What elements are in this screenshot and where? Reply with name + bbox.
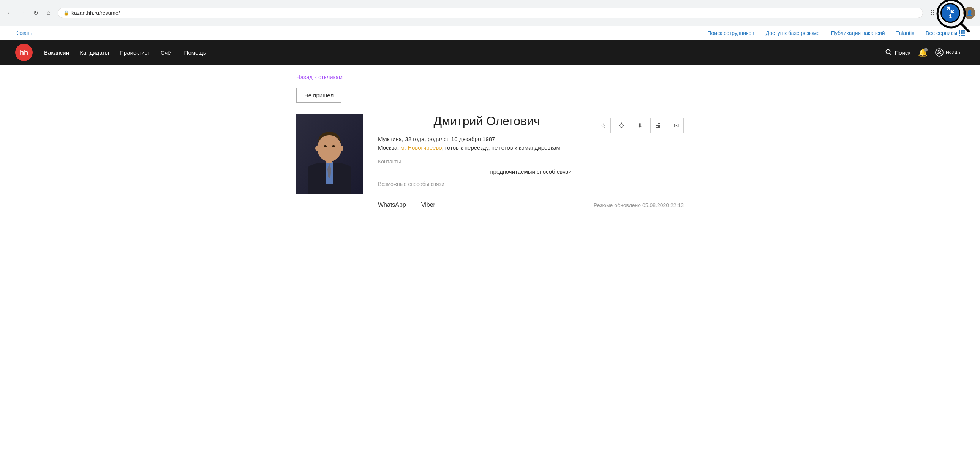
top-nav-search-employees[interactable]: Поиск сотрудников <box>708 30 754 36</box>
forward-button[interactable]: → <box>18 8 28 18</box>
resume-card: Дмитрий Олегович ☆ ⬇ 🖨 ✉ Мужчина, 32 год… <box>296 114 684 208</box>
lock-icon: 🔒 <box>64 10 69 16</box>
svg-line-5 <box>889 53 891 55</box>
contacts-label: Контакты <box>378 158 684 164</box>
browser-nav-buttons: ← → ↻ ⌂ <box>5 8 54 18</box>
main-nav-right: Поиск 🔔 №245... <box>885 48 965 57</box>
relocation-text: , готов к переезду, не готов к командиро… <box>442 144 560 151</box>
search-button[interactable]: Поиск <box>885 49 910 56</box>
print-button[interactable]: 🖨 <box>650 118 665 133</box>
top-navigation: Казань Поиск сотрудников Доступ к базе р… <box>0 26 980 40</box>
resume-name-section: Дмитрий Олегович <box>378 114 596 136</box>
main-navigation: hh Вакансии Кандидаты Прайс-лист Счёт По… <box>0 40 980 65</box>
svg-point-15 <box>315 145 319 151</box>
reload-button[interactable]: ↻ <box>30 8 41 18</box>
account-icon <box>935 48 943 57</box>
resume-photo <box>296 114 363 194</box>
search-icon <box>885 49 892 56</box>
all-services-label: Все сервисы <box>926 30 957 36</box>
svg-point-13 <box>324 145 327 147</box>
extensions-button[interactable]: ⠿ <box>927 8 937 18</box>
resume-location: Москва, м. Новогиреево, готов к переезду… <box>378 144 684 151</box>
main-nav-links: Вакансии Кандидаты Прайс-лист Счёт Помощ… <box>44 49 206 56</box>
browser-chrome: ← → ↻ ⌂ 🔒 kazan.hh.ru/resume/ ⠿ 1 <box>0 0 980 26</box>
resume-name: Дмитрий Олегович <box>378 114 596 128</box>
preferred-contact-text: предпочитаемый способ связи <box>378 168 684 175</box>
badge-number: 1 <box>949 13 952 19</box>
resume-updated: Резюме обновлено 05.08.2020 22:13 <box>594 202 684 208</box>
resume-main: Дмитрий Олегович ☆ ⬇ 🖨 ✉ Мужчина, 32 год… <box>378 114 684 208</box>
browser-right-area: ⠿ 1 👤 <box>927 3 975 23</box>
not-come-button[interactable]: Не пришёл <box>296 88 342 103</box>
download-button[interactable]: ⬇ <box>632 118 647 133</box>
resume-actions: ☆ ⬇ 🖨 ✉ <box>596 118 684 133</box>
account-number: №245... <box>946 49 965 56</box>
region-link[interactable]: Казань <box>15 30 32 36</box>
search-label: Поиск <box>894 49 910 56</box>
extension-badge-area: 1 <box>940 3 960 23</box>
bottom-row: WhatsApp Viber Резюме обновлено 05.08.20… <box>378 191 684 208</box>
back-button[interactable]: ← <box>5 8 15 18</box>
back-to-responses-link[interactable]: Назад к откликам <box>296 74 343 80</box>
badge-icon <box>946 6 955 13</box>
top-nav-resume-access[interactable]: Доступ к базе резюме <box>766 30 820 36</box>
svg-point-14 <box>332 145 335 147</box>
hh-logo[interactable]: hh <box>15 44 33 61</box>
url-text: kazan.hh.ru/resume/ <box>72 10 120 16</box>
nav-pricelist[interactable]: Прайс-лист <box>120 49 150 56</box>
badge-inner: 1 <box>946 6 955 19</box>
nav-candidates[interactable]: Кандидаты <box>80 49 109 56</box>
pin-button[interactable] <box>614 118 629 133</box>
email-button[interactable]: ✉ <box>668 118 684 133</box>
all-services-button[interactable]: Все сервисы <box>926 30 965 36</box>
svg-point-16 <box>340 145 344 151</box>
address-bar[interactable]: 🔒 kazan.hh.ru/resume/ <box>58 8 923 18</box>
viber-contact[interactable]: Viber <box>421 201 435 208</box>
account-button[interactable]: №245... <box>935 48 965 57</box>
extension-badge[interactable]: 1 <box>940 3 960 23</box>
top-nav-talantix[interactable]: Talantix <box>896 30 914 36</box>
not-come-section: Не пришёл <box>296 88 684 114</box>
profile-avatar[interactable]: 👤 <box>963 7 975 19</box>
favorite-button[interactable]: ☆ <box>596 118 611 133</box>
svg-point-12 <box>317 135 342 161</box>
page-content: Назад к откликам Не пришёл <box>281 65 699 231</box>
nav-help[interactable]: Помощь <box>184 49 206 56</box>
person-silhouette <box>296 114 363 194</box>
top-nav-publish-vacancy[interactable]: Публикация вакансий <box>831 30 885 36</box>
nav-vacancies[interactable]: Вакансии <box>44 49 69 56</box>
home-button[interactable]: ⌂ <box>43 8 54 18</box>
possible-contacts-label: Возможные способы связи <box>378 181 684 187</box>
notification-dot <box>924 48 928 52</box>
svg-point-7 <box>938 50 940 53</box>
resume-header-row: Дмитрий Олегович ☆ ⬇ 🖨 ✉ <box>378 114 684 136</box>
grid-icon <box>959 30 965 36</box>
contact-methods: WhatsApp Viber <box>378 201 435 208</box>
resume-gender-age: Мужчина, 32 года, родился 10 декабря 198… <box>378 136 684 142</box>
location-text: Москва, <box>378 144 401 151</box>
pin-icon <box>618 122 624 128</box>
notifications-button[interactable]: 🔔 <box>918 48 928 57</box>
whatsapp-contact[interactable]: WhatsApp <box>378 201 406 208</box>
metro-link[interactable]: м. Новогиреево <box>401 144 442 151</box>
nav-account[interactable]: Счёт <box>161 49 173 56</box>
